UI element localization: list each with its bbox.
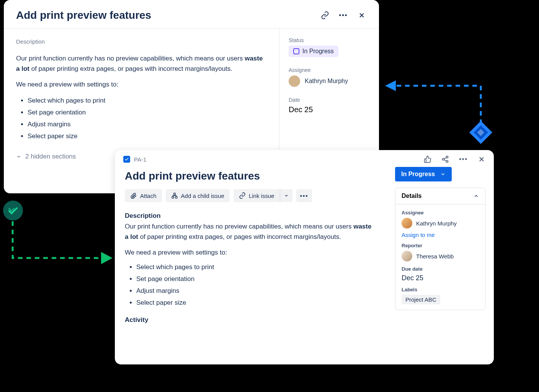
status-pill[interactable]: In Progress [289,46,338,57]
description-heading: Description [125,212,377,220]
jira-header: PA-1 ••• [115,150,494,163]
issue-title[interactable]: Add print preview features [125,170,377,182]
details-panel: Details Assignee Kathryn Murphy Assign t… [395,188,485,310]
svg-rect-5 [173,193,175,195]
thumbs-up-icon[interactable] [424,155,431,163]
description-label: Description [16,37,267,46]
attach-button[interactable]: Attach [125,189,162,202]
details-heading: Details [402,193,421,199]
more-icon[interactable]: ••• [459,156,468,163]
bullet-item: Select which pages to print [136,262,377,272]
status-dropdown-label: In Progress [401,171,435,178]
avatar [402,251,412,261]
bullet-item: Set page orientation [136,274,377,284]
avatar [289,75,300,87]
label-chip[interactable]: Project ABC [402,295,440,304]
issue-key[interactable]: PA-1 [123,156,424,163]
status-value: In Progress [302,48,334,55]
share-icon[interactable] [441,155,449,163]
svg-marker-8 [385,80,396,91]
assignee-label: Assignee [289,67,370,73]
bullet-item: Set page orientation [28,107,267,118]
description-body[interactable]: Our print function currently has no prev… [125,221,377,308]
chevron-up-icon [474,193,479,199]
labels-label: Labels [402,287,479,292]
details-header[interactable]: Details [395,188,485,204]
status-label: Status [289,37,370,43]
link-issue-dropdown[interactable] [280,189,292,202]
description-para2: We need a preview with settings to: [16,79,267,90]
close-icon[interactable] [357,10,367,20]
svg-line-3 [444,157,446,158]
jira-logo-icon [469,121,492,144]
description-para1: Our print function currently has no prev… [16,53,267,74]
status-dropdown[interactable]: In Progress [395,167,452,181]
issue-type-icon [123,156,130,163]
date-label: Date [289,97,370,103]
assignee-name: Kathryn Murphy [305,78,348,85]
link-issue-label: Link issue [249,193,274,199]
bullet-item: Adjust margins [136,286,377,296]
reporter-name: Theresa Webb [416,253,454,260]
assignee-row[interactable]: Kathryn Murphy [289,75,370,87]
link-issue-button[interactable]: Link issue [234,189,280,202]
jira-sidebar: In Progress Details Assignee Kathryn Mur… [387,163,494,364]
close-icon[interactable] [478,155,485,163]
avatar [402,218,412,229]
arrow-to-jira-icon [7,220,114,270]
add-child-button[interactable]: Add a child issue [166,189,230,202]
bullet-item: Select which pages to print [28,95,267,106]
svg-rect-6 [172,196,174,198]
bullet-item: Adjust margins [28,119,267,129]
issue-key-text: PA-1 [134,156,146,163]
more-actions-button[interactable]: ••• [296,189,312,202]
source-app-logo-icon [3,201,23,220]
reporter-label: Reporter [402,243,479,248]
activity-heading: Activity [125,316,377,324]
status-square-icon [293,48,299,54]
assign-to-me-link[interactable]: Assign to me [402,232,479,238]
due-date-value[interactable]: Dec 25 [402,274,479,282]
attach-label: Attach [140,193,157,199]
reporter-field[interactable]: Theresa Webb [402,251,479,261]
due-date-label: Due date [402,266,479,272]
description-bullets: Select which pages to print Set page ori… [16,95,267,142]
more-icon[interactable]: ••• [338,10,348,20]
hidden-sections-label: 2 hidden sections [25,151,76,162]
jira-main: Add print preview features Attach Add a … [115,163,387,364]
svg-marker-9 [101,252,113,264]
assignee-label: Assignee [402,210,479,216]
action-bar: Attach Add a child issue Link issue ••• [125,189,377,202]
add-child-label: Add a child issue [181,193,224,199]
card1-header: Add print preview features ••• [4,0,379,29]
assignee-name: Kathryn Murphy [416,220,457,227]
svg-rect-7 [175,196,177,198]
card1-title: Add print preview features [16,9,312,21]
assignee-field[interactable]: Kathryn Murphy [402,218,479,229]
svg-point-0 [446,156,448,158]
jira-card: PA-1 ••• Add print preview features Atta… [115,150,494,364]
copy-link-icon[interactable] [320,10,330,20]
svg-point-1 [443,158,444,160]
bullet-item: Select paper size [136,297,377,308]
date-value: Dec 25 [289,105,370,114]
svg-line-4 [444,160,446,161]
svg-point-2 [446,160,448,162]
bullet-item: Select paper size [28,131,267,141]
